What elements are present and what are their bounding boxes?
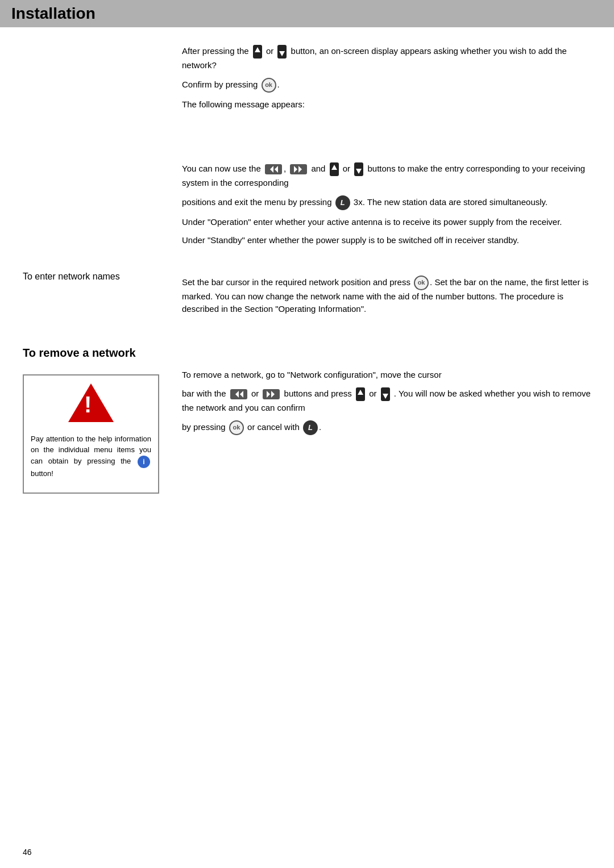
nav-left2-icon <box>230 389 248 400</box>
l-button2-icon: L <box>303 420 318 435</box>
spacer3 <box>182 264 591 276</box>
enter-network-para1: Set the bar cursor in the required netwo… <box>182 276 591 316</box>
nav-left <box>23 162 182 253</box>
nav-para3: Under "Operation" enter whether your act… <box>182 216 591 229</box>
nav-right2-icon <box>262 389 280 400</box>
warning-icon-container <box>31 383 151 422</box>
warning-text: Pay attention to the help information on… <box>31 433 151 479</box>
l-button-icon: L <box>335 195 350 210</box>
arrow-down2-icon <box>354 162 364 177</box>
spacer4 <box>23 322 591 333</box>
section-navigation: You can now use the , and or buttons to … <box>23 162 591 253</box>
arrow-down-icon <box>277 44 287 59</box>
warning-left: Pay attention to the help information on… <box>23 369 182 494</box>
ok-button-icon: ok <box>262 78 276 93</box>
section-enter-network: To enter network names Set the bar curso… <box>23 264 591 322</box>
page-header: Installation <box>0 0 614 27</box>
enter-network-heading: To enter network names <box>23 270 176 283</box>
remove-para3: by pressing ok or cancel with L. <box>182 420 591 435</box>
remove-network-right: To remove a network, go to "Network conf… <box>182 369 591 494</box>
arrow-up2-icon <box>329 162 339 177</box>
ok-button3-icon: ok <box>229 420 244 435</box>
remove-para1: To remove a network, go to "Network conf… <box>182 369 591 382</box>
enter-network-right: Set the bar cursor in the required netwo… <box>182 264 591 322</box>
ok-button2-icon: ok <box>414 276 429 290</box>
info-button-icon: i <box>138 456 150 468</box>
section-remove-network-heading: To remove a network <box>23 347 591 360</box>
nav-right-icon <box>289 164 308 175</box>
intro-left <box>23 44 182 116</box>
nav-para2: positions and exit the menu by pressing … <box>182 195 591 210</box>
arrow-up3-icon <box>355 387 366 402</box>
warning-box: Pay attention to the help information on… <box>23 374 159 494</box>
nav-para4: Under "Standby" enter whether the power … <box>182 234 591 247</box>
intro-para3: The following message appears: <box>182 98 591 111</box>
arrow-down3-icon <box>380 387 391 402</box>
intro-para1: After pressing the or button, an on-scre… <box>182 44 591 72</box>
remove-para2: bar with the or buttons and press or . Y… <box>182 387 591 415</box>
page-title: Installation <box>11 5 603 23</box>
page-number: 46 <box>23 848 32 857</box>
nav-left-icon <box>264 164 283 175</box>
nav-para1: You can now use the , and or buttons to … <box>182 162 591 190</box>
remove-network-heading: To remove a network <box>23 347 591 360</box>
section-remove-network: Pay attention to the help information on… <box>23 369 591 494</box>
intro-right: After pressing the or button, an on-scre… <box>182 44 591 116</box>
spacer1 <box>23 116 591 162</box>
section-intro: After pressing the or button, an on-scre… <box>23 44 591 116</box>
main-content: After pressing the or button, an on-scre… <box>0 44 614 516</box>
arrow-up-icon <box>252 44 263 59</box>
spacer2 <box>23 253 591 264</box>
intro-para2: Confirm by pressing ok. <box>182 78 591 93</box>
nav-right: You can now use the , and or buttons to … <box>182 162 591 253</box>
warning-triangle-icon <box>68 383 114 422</box>
enter-network-left: To enter network names <box>23 264 182 322</box>
